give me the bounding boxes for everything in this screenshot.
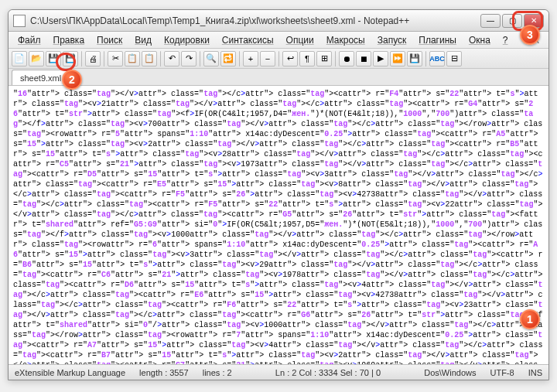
tabbar: sheet9.xml	[9, 69, 548, 86]
macro-save-button[interactable]: 💾	[407, 51, 422, 66]
new-file-button[interactable]: 📄	[12, 51, 27, 66]
menu-syntax[interactable]: Синтаксисы	[216, 33, 280, 47]
app-icon	[13, 15, 26, 27]
menu-search[interactable]: Поиск	[91, 33, 128, 47]
menu-help[interactable]: ?	[497, 33, 514, 47]
toolbar-separator	[425, 51, 426, 66]
replace-button[interactable]: 🔁	[220, 51, 236, 66]
indent-guide-button[interactable]: ⊞	[316, 51, 332, 66]
toolbar-separator	[239, 51, 240, 66]
print-button[interactable]: 🖨	[85, 51, 101, 66]
macro-fastplay-button[interactable]: ⏩	[390, 51, 405, 66]
menu-plugins[interactable]: Плагины	[412, 33, 463, 47]
maximize-button[interactable]: ▢	[502, 14, 522, 28]
menu-windows[interactable]: Окна	[463, 33, 497, 47]
tab-label: sheet9.xml	[20, 73, 61, 83]
macro-stop-button[interactable]: ⏹	[356, 51, 371, 66]
cut-button[interactable]: ✂	[108, 51, 123, 66]
menu-encoding[interactable]: Кодировки	[158, 33, 216, 47]
open-file-button[interactable]: 📂	[29, 51, 44, 66]
zoom-out-button[interactable]: −	[260, 51, 275, 66]
toolbar-separator	[104, 51, 104, 66]
status-mode: INS	[528, 368, 542, 377]
save-button[interactable]: 💾	[46, 51, 61, 66]
wordwrap-button[interactable]: ↩	[282, 51, 298, 66]
annotation-2: 2	[62, 70, 82, 90]
save-all-button[interactable]: 💾	[63, 51, 78, 66]
toolbar-separator	[335, 51, 336, 66]
menu-macros[interactable]: Макросы	[320, 33, 371, 47]
paste-button[interactable]: 📋	[142, 51, 157, 66]
zoom-in-button[interactable]: +	[243, 51, 258, 66]
status-language: eXtensible Markup Language	[15, 368, 125, 377]
xml-text: "16"attr"> class="tag"></v>attr"> class=…	[13, 89, 544, 364]
status-eol: Dos\Windows	[424, 368, 476, 377]
status-position: Ln : 2 Col : 3334 Sel : 70 | 0	[275, 368, 381, 377]
statusbar: eXtensible Markup Language length : 3557…	[9, 364, 548, 380]
spellcheck-button[interactable]: ABC	[429, 51, 445, 66]
menu-edit[interactable]: Правка	[47, 33, 91, 47]
status-length: length : 3557	[139, 368, 189, 377]
menu-options[interactable]: Опции	[280, 33, 320, 47]
compare-button[interactable]: ⊟	[446, 51, 462, 66]
annotation-1: 1	[520, 309, 540, 329]
toolbar-separator	[278, 51, 279, 66]
status-lines: lines : 2	[203, 368, 232, 377]
find-button[interactable]: 🔍	[203, 51, 219, 66]
copy-button[interactable]: 📋	[125, 51, 140, 66]
titlebar: C:\Users\ПК\AppData\Local\Temp\Temp1_Кни…	[9, 10, 548, 32]
annotation-3: 3	[520, 25, 540, 45]
menu-file[interactable]: Файл	[12, 33, 47, 47]
menu-run[interactable]: Запуск	[371, 33, 413, 47]
toolbar: 📄 📂 💾 💾 🖨 ✂ 📋 📋 ↶ ↷ 🔍 🔁 + − ↩ ¶ ⊞ ⏺ ⏹ ▶ …	[9, 49, 548, 69]
minimize-button[interactable]: —	[480, 14, 501, 28]
undo-button[interactable]: ↶	[164, 51, 179, 66]
window-title: C:\Users\ПК\AppData\Local\Temp\Temp1_Кни…	[30, 15, 480, 26]
toolbar-separator	[81, 51, 82, 66]
status-encoding: UTF-8	[490, 368, 514, 377]
toolbar-separator	[200, 51, 200, 66]
toolbar-separator	[160, 51, 161, 66]
macro-record-button[interactable]: ⏺	[339, 51, 354, 66]
show-all-chars-button[interactable]: ¶	[299, 51, 315, 66]
menu-view[interactable]: Вид	[128, 33, 158, 47]
code-editor[interactable]: "16"attr"> class="tag"></v>attr"> class=…	[9, 86, 548, 364]
file-tab[interactable]: sheet9.xml	[12, 70, 70, 85]
app-window: C:\Users\ПК\AppData\Local\Temp\Temp1_Кни…	[8, 9, 549, 380]
menubar: Файл Правка Поиск Вид Кодировки Синтакси…	[9, 32, 548, 49]
macro-play-button[interactable]: ▶	[373, 51, 388, 66]
redo-button[interactable]: ↷	[181, 51, 196, 66]
